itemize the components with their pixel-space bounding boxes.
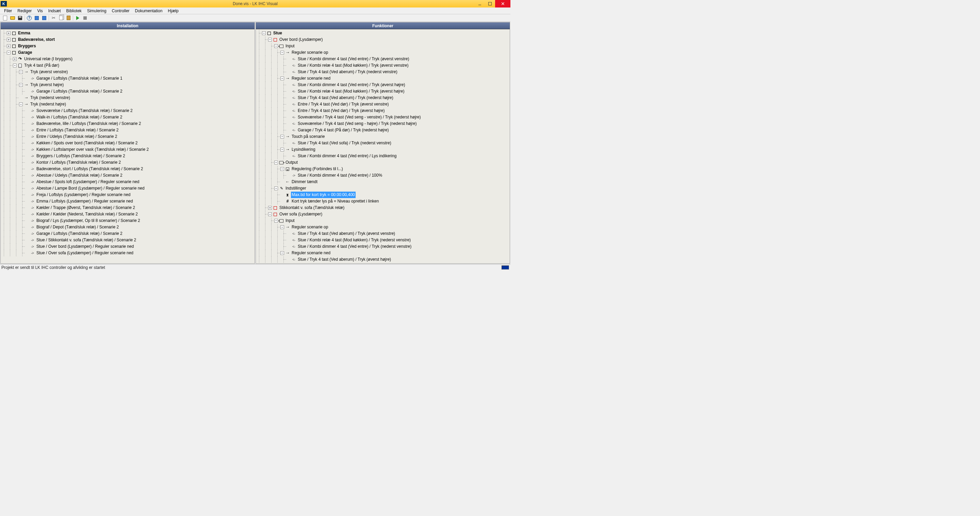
tree-label[interactable]: Entre / Tryk 4 tast (Ved dør) / Tryk (øv…	[297, 108, 385, 114]
tree-row[interactable]: Emma	[1, 30, 255, 37]
tree-row[interactable]: Stue / Tryk 4 tast (Ved aberum) / Tryk (…	[256, 256, 510, 263]
tree-row[interactable]: Stue	[256, 30, 510, 37]
maximize-button[interactable]	[485, 0, 495, 8]
collapse-icon[interactable]	[274, 44, 278, 48]
help-button[interactable]: ?	[25, 14, 33, 21]
tree-label[interactable]: Regulering (Forbindes til l...)	[291, 166, 344, 172]
tree-row[interactable]: Tryk (øverst venstre)	[1, 69, 255, 75]
tree-row[interactable]: Stue / Kombi dimmer 4 tast (Ved entre) /…	[256, 56, 510, 62]
tree-label[interactable]: Garage	[18, 49, 33, 56]
tree-row[interactable]: Tryk (nederst højre)	[1, 101, 255, 108]
tree-label[interactable]: Soveværelse / Tryk 4 tast (Ved seng - hø…	[297, 121, 417, 127]
tree-row[interactable]: Bryggers	[1, 43, 255, 49]
tree-label[interactable]: Garage / Loftslys (Tænd/sluk relæ) / Sce…	[36, 231, 123, 237]
tree-row[interactable]: Over sofa (Lysdæmper)	[256, 211, 510, 218]
tree-label[interactable]: Stue / Tryk 4 tast (Ved aberum) / Tryk (…	[297, 256, 392, 263]
collapse-icon[interactable]	[280, 251, 284, 255]
tree-row[interactable]: Walk-in / Loftslys (Tænd/sluk relæ) / Sc…	[1, 114, 255, 121]
tree-row[interactable]: Stue / Over bord (Lysdæmper) / Reguler s…	[1, 244, 255, 250]
menu-hjælp[interactable]: Hjælp	[165, 8, 181, 14]
collapse-icon[interactable]	[19, 102, 23, 106]
tree-label[interactable]: Badeværelse, lille / Loftslys (Tænd/sluk…	[36, 121, 142, 127]
tree-row[interactable]: Badeværelse, stort	[1, 37, 255, 43]
save-button[interactable]	[16, 14, 24, 21]
tree-label[interactable]: Stue / Kombi relæ 4 tast (Mod køkken) / …	[297, 237, 411, 244]
tree-label[interactable]: Max.tid for kort tryk = 00:00:00,400	[291, 192, 356, 198]
tree-label[interactable]: Stue / Kombi dimmer 4 tast (Ved entre) /…	[297, 244, 412, 250]
open-button[interactable]	[9, 14, 16, 21]
tree-label[interactable]: Stue / Tryk 4 tast (Ved aberum) / Tryk (…	[297, 95, 394, 101]
tree-label[interactable]: Tryk (nederst venstre)	[30, 95, 71, 101]
tree-row[interactable]: Input	[256, 218, 510, 224]
tree-row[interactable]: Stue / Kombi relæ 4 tast (Mod køkken) / …	[256, 237, 510, 244]
tree-label[interactable]: Garage / Loftslys (Tænd/sluk relæ) / Sce…	[36, 88, 123, 95]
tree-label[interactable]: Stue / Over bord (Lysdæmper) / Reguler s…	[36, 244, 134, 250]
tree-label[interactable]: Abestue / Udelys (Tænd/sluk relæ) / Scen…	[36, 172, 123, 179]
tree-label[interactable]: Input	[285, 218, 295, 224]
tree-row[interactable]: Kælder / Kælder (Nederst, Tænd/sluk relæ…	[1, 211, 255, 218]
tree-row[interactable]: Reguler scenarie op	[256, 49, 510, 56]
tree-row[interactable]: Garage / Tryk 4 tast (På dør) / Tryk (ne…	[256, 127, 510, 134]
tree-row[interactable]: Reguler scenarie ned	[256, 75, 510, 82]
tree-label[interactable]: Kælder / Kælder (Nederst, Tænd/sluk relæ…	[36, 211, 138, 218]
tree-label[interactable]: Badeværelse, stort	[18, 37, 56, 43]
menu-filer[interactable]: Filer	[2, 8, 14, 14]
tree-label[interactable]: Køkken / Loftslamper over vask (Tænd/slu…	[36, 147, 150, 153]
tree-label[interactable]: Abestue / Spots loft (Lysdæmper) / Regul…	[36, 179, 140, 185]
tree-label[interactable]: Stue / Kombi dimmer 4 tast (Ved entre) /…	[297, 153, 397, 159]
minimize-button[interactable]	[475, 0, 485, 8]
menu-dokumentation[interactable]: Dokumentation	[132, 8, 165, 14]
collapse-icon[interactable]	[268, 38, 272, 41]
tree-row[interactable]: Lysindikering	[256, 147, 510, 153]
tree-label[interactable]: Stue / Kombi dimmer 4 tast (Ved entre) /…	[297, 172, 383, 179]
menu-simulering[interactable]: Simulering	[84, 8, 109, 14]
installation-tree[interactable]: EmmaBadeværelse, stortBryggersGarageUniv…	[1, 29, 255, 263]
tree-row[interactable]: Garage / Loftslys (Tænd/sluk relæ) / Sce…	[1, 231, 255, 237]
collapse-icon[interactable]	[7, 51, 11, 54]
tree-row[interactable]: Køkken / Loftslamper over vask (Tænd/slu…	[1, 147, 255, 153]
expand-icon[interactable]	[7, 31, 11, 35]
tree-label[interactable]: Emma / Loftslys (Lysdæmper) / Reguler sc…	[36, 198, 134, 205]
pkg1-button[interactable]	[33, 14, 40, 21]
tree-label[interactable]: Stue	[272, 30, 283, 37]
tree-row[interactable]: Biograf / Depot (Tænd/sluk relæ) / Scena…	[1, 224, 255, 231]
tree-label[interactable]: Garage / Loftslys (Tænd/sluk relæ) / Sce…	[36, 75, 123, 82]
tree-row[interactable]: Emma / Loftslys (Lysdæmper) / Reguler sc…	[1, 198, 255, 205]
tree-label[interactable]: Emma	[18, 30, 31, 37]
tree-label[interactable]: Biograf / Lys (Lysdæmper, Op til 8 scena…	[36, 218, 141, 224]
tree-row[interactable]: Stue / Kombi relæ 4 tast (Mod køkken) / …	[256, 62, 510, 69]
tree-row[interactable]: Input	[256, 43, 510, 49]
expand-icon[interactable]	[268, 206, 272, 210]
tree-label[interactable]: Bryggers / Loftslys (Tænd/sluk relæ) / S…	[36, 153, 126, 159]
tree-row[interactable]: Garage	[1, 49, 255, 56]
collapse-icon[interactable]	[280, 51, 284, 54]
pkg2-button[interactable]	[40, 14, 48, 21]
cut-button[interactable]: ✂	[50, 14, 57, 21]
tree-row[interactable]: Abestue / Lampe Bord (Lysdæmper) / Regul…	[1, 185, 255, 192]
tree-row[interactable]: Badeværelse, lille / Loftslys (Tænd/sluk…	[1, 121, 255, 127]
tree-row[interactable]: Universal relæ (I bryggers)	[1, 56, 255, 62]
tree-label[interactable]: Walk-in / Loftslys (Tænd/sluk relæ) / Sc…	[36, 114, 123, 121]
tree-label[interactable]: Bryggers	[18, 43, 37, 49]
collapse-icon[interactable]	[268, 212, 272, 216]
tree-row[interactable]: Soveværelse / Tryk 4 tast (Ved seng - hø…	[256, 121, 510, 127]
collapse-icon[interactable]	[280, 167, 284, 171]
collapse-icon[interactable]	[274, 186, 278, 190]
tree-row[interactable]: Tryk 4 tast (På dør)	[1, 62, 255, 69]
tree-label[interactable]: Entre / Loftslys (Tænd/sluk relæ) / Scen…	[36, 127, 119, 134]
tree-row[interactable]: Tryk (øverst højre)	[1, 82, 255, 88]
tree-row[interactable]: Stue / Tryk 4 tast (Ved aberum) / Tryk (…	[256, 95, 510, 101]
tree-row[interactable]: Stue / Tryk 4 tast (Ved sofa) / Tryk (ne…	[256, 140, 510, 147]
tree-row[interactable]: Dimmer tændt	[256, 179, 510, 185]
tree-row[interactable]: Stikkontakt v. sofa (Tænd/sluk relæ)	[256, 205, 510, 211]
tree-label[interactable]: Kontor / Loftslys (Tænd/sluk relæ) / Sce…	[36, 159, 121, 166]
tree-row[interactable]: Entre / Tryk 4 tast (Ved dør) / Tryk (øv…	[256, 101, 510, 108]
new-button[interactable]	[2, 14, 9, 21]
close-button[interactable]: ✕	[495, 0, 511, 8]
tree-label[interactable]: Dimmer tændt	[291, 179, 318, 185]
tree-row[interactable]: Max.tid for kort tryk = 00:00:00,400	[256, 192, 510, 198]
tree-row[interactable]: Kontor / Loftslys (Tænd/sluk relæ) / Sce…	[1, 159, 255, 166]
tree-label[interactable]: Køkken / Spots over bord (Tænd/sluk relæ…	[36, 140, 138, 147]
tree-label[interactable]: Output	[285, 159, 298, 166]
tree-row[interactable]: Soveværelse / Tryk 4 tast (Ved seng - ve…	[256, 114, 510, 121]
